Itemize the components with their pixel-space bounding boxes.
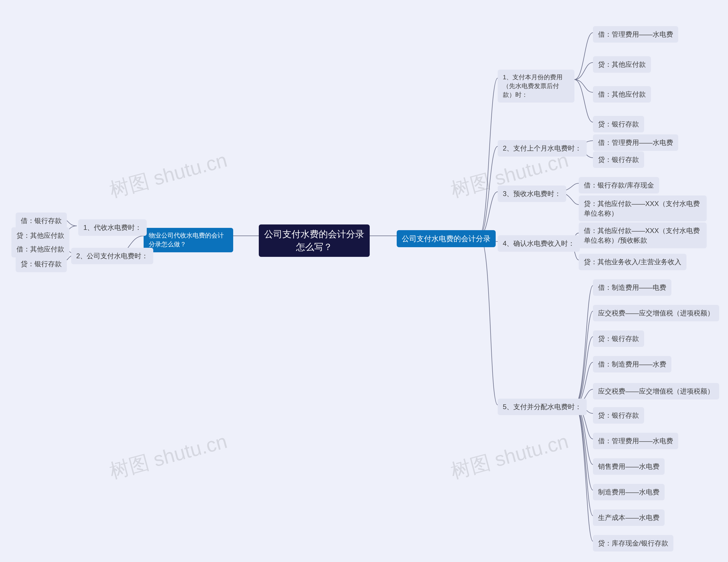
left-leaf[interactable]: 借：银行存款 [16,213,67,229]
leaf[interactable]: 贷：银行存款 [593,116,644,132]
leaf[interactable]: 销售费用——水电费 [593,458,665,475]
leaf[interactable]: 应交税费——应交增值税（进项税额） [593,383,719,399]
leaf[interactable]: 借：银行存款/库存现金 [579,177,659,194]
right-section-2[interactable]: 2、支付上个月水电费时： [498,140,587,157]
leaf[interactable]: 借：制造费用——水费 [593,356,671,372]
leaf[interactable]: 制造费用——水电费 [593,484,665,500]
root-node[interactable]: 公司支付水费的会计分录怎么写？ [259,225,370,257]
leaf[interactable]: 借：管理费用——水电费 [593,433,678,449]
leaf[interactable]: 借：制造费用——电费 [593,279,671,296]
right-section-5[interactable]: 5、支付并分配水电费时： [498,399,587,415]
left-primary-node[interactable]: 物业公司代收水电费的会计分录怎么做？ [144,228,233,252]
leaf[interactable]: 贷：其他应付款——XXX（支付水电费单位名称） [579,196,707,221]
leaf[interactable]: 生产成本——水电费 [593,509,665,526]
left-leaf[interactable]: 借：其他应付款 [11,241,69,258]
leaf[interactable]: 贷：银行存款 [593,330,644,347]
left-leaf[interactable]: 贷：银行存款 [16,256,67,272]
leaf[interactable]: 借：其他应付款 [593,86,651,103]
leaf[interactable]: 贷：银行存款 [593,152,644,168]
leaf[interactable]: 借：管理费用——水电费 [593,26,678,43]
leaf[interactable]: 贷：银行存款 [593,407,644,424]
right-section-3[interactable]: 3、预收水电费时： [498,186,566,202]
left-mid-1[interactable]: 1、代收水电费时： [78,219,147,236]
leaf[interactable]: 贷：其他应付款 [593,56,651,73]
right-section-4[interactable]: 4、确认水电费收入时： [498,235,580,252]
right-section-1[interactable]: 1、支付本月份的费用（先水电费发票后付款）时： [498,70,574,103]
left-mid-2[interactable]: 2、公司支付水电费时： [71,248,153,264]
right-primary-node[interactable]: 公司支付水电费的会计分录 [397,230,496,247]
leaf[interactable]: 贷：库存现金/银行存款 [593,535,673,551]
leaf[interactable]: 应交税费——应交增值税（进项税额） [593,305,719,321]
leaf[interactable]: 借：其他应付款——XXX（支付水电费单位名称）/预收帐款 [579,223,707,248]
leaf[interactable]: 贷：其他业务收入/主营业务收入 [579,254,686,270]
leaf[interactable]: 借：管理费用——水电费 [593,134,678,151]
